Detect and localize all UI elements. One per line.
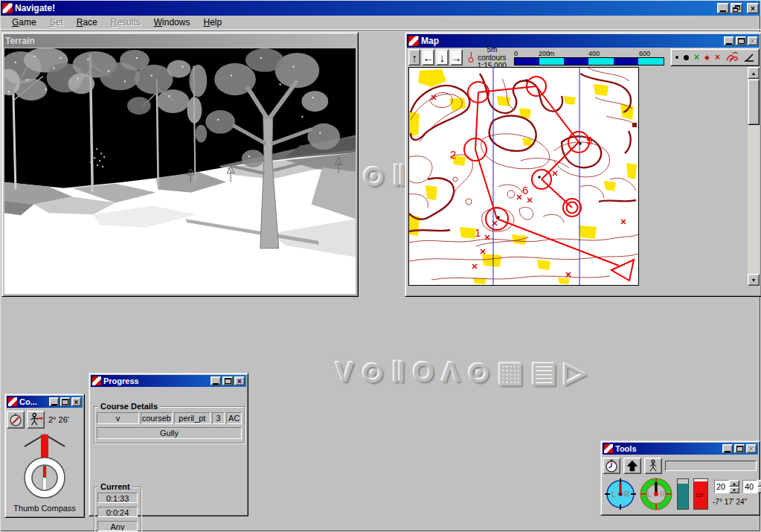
app-icon: [2, 3, 13, 13]
compass-minimize-button[interactable]: [49, 397, 59, 406]
stopwatch-button[interactable]: [603, 458, 620, 474]
progress-close-button[interactable]: ×: [234, 376, 245, 385]
spinner-a-up-button[interactable]: ▲: [729, 480, 739, 487]
spinner-b-down-button[interactable]: ▼: [757, 487, 761, 493]
pan-left-button[interactable]: ←: [422, 49, 434, 65]
progress-minimize-button[interactable]: [211, 376, 221, 385]
terrain-viewport[interactable]: [4, 48, 356, 294]
spinner-b: 40 ▲ ▼: [742, 480, 761, 493]
spinner-b-up-button[interactable]: ▲: [757, 480, 761, 487]
map-title-bar[interactable]: Map ×: [407, 34, 760, 48]
map-maximize-button[interactable]: [736, 36, 746, 45]
compass-mode-button[interactable]: [7, 411, 25, 429]
tools-minimize-button[interactable]: [722, 444, 733, 453]
tools-title-bar[interactable]: Tools ×: [603, 443, 758, 455]
progress-title-bar[interactable]: Progress ×: [91, 375, 246, 387]
map-canvas[interactable]: 1 2 5 6: [408, 67, 639, 286]
map-window: Map × ↑ ← ↓ → 5m contours 1:15,000: [405, 32, 761, 297]
restore-icon: [733, 5, 740, 12]
restore-button[interactable]: [731, 3, 742, 13]
compass-maximize-button[interactable]: [60, 397, 70, 406]
scale-tick-0: 0: [514, 50, 539, 57]
small-dot-icon[interactable]: [675, 56, 678, 59]
course-field-v[interactable]: v: [97, 412, 139, 424]
terrain-3d-scene: [4, 48, 356, 294]
runner-icon: [646, 459, 660, 472]
course-details-group: Course Details v courseb peril_pt 3 AC G…: [94, 406, 245, 443]
current-column-group: Current 0:1:33 0:0:24 Any 0:1:28 Any: [94, 487, 141, 532]
spinner-b-value[interactable]: 40: [742, 480, 757, 493]
main-window: Navigate! × Game Set Race Results Window…: [0, 0, 761, 532]
spinner-a-down-button[interactable]: ▼: [729, 487, 739, 493]
red-x-icon[interactable]: ×: [715, 52, 720, 63]
pan-down-button[interactable]: ↓: [436, 49, 448, 65]
close-icon: ×: [74, 398, 79, 406]
progress-window-icon: [92, 376, 101, 385]
scrollbar-thumb[interactable]: [748, 79, 760, 125]
map-minimize-button[interactable]: [724, 36, 734, 45]
angle-readout: -7° 17' 24": [713, 498, 747, 506]
menu-game[interactable]: Game: [5, 16, 43, 29]
maximize-icon: [62, 399, 68, 405]
scale-tick-400: 400: [588, 50, 639, 57]
profile-angle-icon[interactable]: [744, 52, 754, 63]
minimize-icon: [51, 404, 57, 406]
minimize-icon: [725, 451, 731, 452]
scrollbar-track[interactable]: [748, 79, 760, 274]
map-vertical-scrollbar[interactable]: ▲ ▼: [748, 67, 760, 286]
tools-maximize-button[interactable]: [734, 444, 745, 453]
compass-title-bar[interactable]: Co... ×: [7, 396, 83, 408]
terrain-title-bar[interactable]: Terrain: [4, 34, 356, 48]
map-legend-panel: × ◆ ×: [670, 48, 760, 66]
course-field-class[interactable]: AC: [226, 412, 242, 424]
compass-close-button[interactable]: ×: [71, 397, 81, 406]
minimize-button[interactable]: [717, 3, 729, 13]
green-x-icon[interactable]: ×: [694, 52, 699, 63]
compass-caption: Thumb Compass: [5, 504, 84, 513]
course-field-courseb[interactable]: courseb: [141, 412, 173, 424]
compass-title: Co...: [19, 397, 37, 406]
status-strip: [665, 461, 757, 471]
minimize-icon: [726, 43, 732, 45]
left-right-gauge[interactable]: L R: [604, 478, 637, 510]
current-value-3: Any: [97, 521, 138, 531]
course-field-map[interactable]: peril_pt: [174, 412, 211, 424]
scale-unit: m: [549, 50, 588, 57]
progress-maximize-button[interactable]: [222, 376, 233, 385]
contours-layer-icon[interactable]: [725, 51, 739, 63]
control-marker-icon: [467, 49, 475, 65]
spinner-a-value[interactable]: 20: [714, 480, 729, 493]
pan-right-button[interactable]: →: [450, 49, 463, 65]
menu-race[interactable]: Race: [70, 16, 104, 29]
app-title: Navigate!: [15, 3, 55, 13]
control-number-1: 1: [475, 226, 481, 239]
current-value-2: 0:0:24: [97, 507, 138, 517]
course-field-number[interactable]: 3: [212, 412, 225, 424]
scroll-up-button[interactable]: ▲: [748, 67, 760, 79]
close-icon: ×: [751, 4, 755, 13]
tools-window-icon: [604, 444, 613, 453]
large-dot-icon[interactable]: [684, 55, 689, 60]
red-diamond-icon[interactable]: ◆: [704, 54, 710, 61]
orienteering-map: 1 2 5 6: [409, 68, 638, 285]
svg-text:R: R: [624, 490, 630, 499]
course-name-field[interactable]: Gully: [97, 427, 242, 439]
scroll-down-button[interactable]: ▼: [748, 274, 760, 286]
heading-ring-gauge[interactable]: L R: [640, 478, 672, 510]
spinner-a: 20 ▲ ▼: [714, 480, 739, 493]
contour-interval-label: 5m contours: [478, 45, 507, 62]
menu-windows[interactable]: Windows: [147, 16, 197, 29]
menu-help[interactable]: Help: [196, 16, 228, 29]
progress-title: Progress: [103, 376, 139, 385]
runner-icon: [28, 412, 43, 427]
stopwatch-icon: [605, 459, 618, 472]
north-up-button[interactable]: [623, 458, 641, 474]
terrain-title: Terrain: [5, 36, 35, 46]
pan-up-button[interactable]: ↑: [408, 49, 420, 65]
close-button[interactable]: ×: [747, 3, 759, 13]
compass-window: Co... ×: [4, 394, 85, 518]
runner-direction-button[interactable]: [27, 411, 45, 429]
up-arrow-icon: [626, 459, 639, 472]
control-number-5: 5: [586, 134, 592, 147]
runner-view-button[interactable]: [644, 458, 662, 474]
